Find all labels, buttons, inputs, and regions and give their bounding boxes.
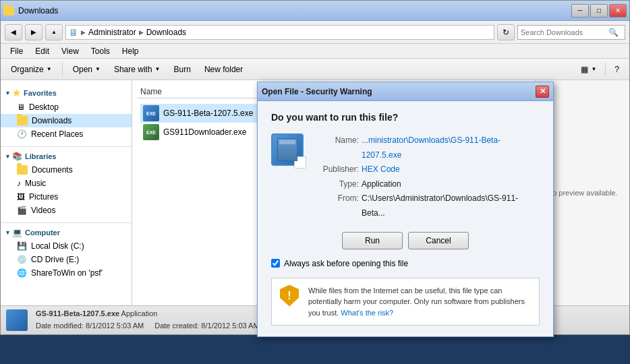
warning-text: While files from the Internet can be use… xyxy=(308,285,531,319)
dialog-titlebar: Open File - Security Warning ✕ xyxy=(258,82,553,101)
always-ask-checkbox[interactable] xyxy=(271,259,280,268)
run-button[interactable]: Run xyxy=(342,232,403,249)
info-publisher-row: Publisher: HEX Code xyxy=(312,162,540,177)
from-label: From: xyxy=(312,191,359,220)
cancel-button[interactable]: Cancel xyxy=(408,232,469,249)
info-from-row: From: C:\Users\Administrator\Downloads\G… xyxy=(312,191,540,220)
file-info-table: Name: ...ministrator\Downloads\GS-911-Be… xyxy=(312,133,540,221)
publisher-label: Publisher: xyxy=(312,162,359,177)
file-info-section: Name: ...ministrator\Downloads\GS-911-Be… xyxy=(271,133,540,221)
warning-section: ! While files from the Internet can be u… xyxy=(271,278,540,326)
dialog-body: Do you want to run this file? Name: ...m… xyxy=(258,101,553,336)
dialog-buttons: Run Cancel xyxy=(271,232,540,249)
security-dialog: Open File - Security Warning ✕ Do you wa… xyxy=(257,82,554,337)
always-ask-label[interactable]: Always ask before opening this file xyxy=(284,259,408,268)
publisher-value[interactable]: HEX Code xyxy=(362,162,400,177)
checkbox-row: Always ask before opening this file xyxy=(271,259,540,268)
warning-shield-icon: ! xyxy=(280,285,299,307)
dialog-question: Do you want to run this file? xyxy=(271,112,540,123)
from-value: C:\Users\Administrator\Downloads\GS-911-… xyxy=(362,191,540,220)
dialog-overlay: Open File - Security Warning ✕ Do you wa… xyxy=(1,1,629,334)
warning-icon: ! xyxy=(280,285,302,307)
main-window: Downloads ─ □ ✕ ◀ ▶ ▲ 🖥 ▶ Administrator … xyxy=(0,0,630,335)
name-label: Name: xyxy=(312,133,359,162)
dialog-close-button[interactable]: ✕ xyxy=(536,86,549,98)
name-value[interactable]: ...ministrator\Downloads\GS-911-Beta-120… xyxy=(362,133,540,162)
type-label: Type: xyxy=(312,177,359,192)
file-info-icon xyxy=(271,133,304,166)
dialog-title: Open File - Security Warning xyxy=(262,87,372,96)
info-name-row: Name: ...ministrator\Downloads\GS-911-Be… xyxy=(312,133,540,162)
warning-link[interactable]: What's the risk? xyxy=(341,309,393,317)
type-value: Application xyxy=(362,177,401,192)
info-type-row: Type: Application xyxy=(312,177,540,192)
